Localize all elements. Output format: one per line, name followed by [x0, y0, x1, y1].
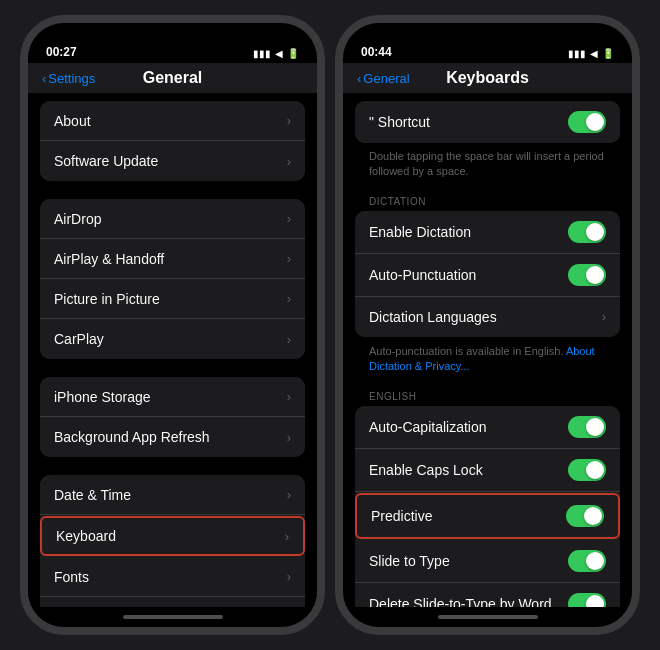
row-iphone-storage[interactable]: iPhone Storage ›: [40, 377, 305, 417]
english-section-label: ENGLISH: [355, 387, 620, 406]
software-update-chevron: ›: [287, 154, 291, 169]
predictive-toggle[interactable]: [566, 505, 604, 527]
back-button-2[interactable]: ‹ General: [357, 71, 410, 86]
back-button-1[interactable]: ‹ Settings: [42, 71, 95, 86]
row-carplay[interactable]: CarPlay ›: [40, 319, 305, 359]
row-date-time[interactable]: Date & Time ›: [40, 475, 305, 515]
row-enable-caps-lock[interactable]: Enable Caps Lock: [355, 449, 620, 492]
nav-bar-1: ‹ Settings General: [28, 63, 317, 93]
carplay-chevron: ›: [287, 332, 291, 347]
enable-dictation-label: Enable Dictation: [369, 224, 568, 240]
shortcut-footer: Double tapping the space bar will insert…: [355, 145, 620, 184]
wifi-icon: ◀: [275, 48, 283, 59]
iphone-storage-label: iPhone Storage: [54, 389, 287, 405]
row-fonts[interactable]: Fonts ›: [40, 557, 305, 597]
row-bg-app-refresh[interactable]: Background App Refresh ›: [40, 417, 305, 457]
dictation-languages-label: Dictation Languages: [369, 309, 602, 325]
signal-icon: ▮▮▮: [253, 48, 271, 59]
group-airdrop: AirDrop › AirPlay & Handoff › Picture in…: [40, 199, 305, 359]
predictive-label: Predictive: [371, 508, 566, 524]
back-chevron-icon-2: ‹: [357, 71, 361, 86]
airplay-handoff-chevron: ›: [287, 251, 291, 266]
row-airplay-handoff[interactable]: AirPlay & Handoff ›: [40, 239, 305, 279]
auto-punctuation-label: Auto-Punctuation: [369, 267, 568, 283]
bg-app-refresh-chevron: ›: [287, 430, 291, 445]
notch-2: [433, 23, 543, 45]
iphone-storage-chevron: ›: [287, 389, 291, 404]
row-shortcut[interactable]: " Shortcut: [355, 101, 620, 143]
auto-punctuation-toggle[interactable]: [568, 264, 606, 286]
shortcut-toggle[interactable]: [568, 111, 606, 133]
bg-app-refresh-label: Background App Refresh: [54, 429, 287, 445]
auto-capitalization-label: Auto-Capitalization: [369, 419, 568, 435]
picture-in-picture-label: Picture in Picture: [54, 291, 287, 307]
phone2-content: " Shortcut Double tapping the space bar …: [343, 93, 632, 607]
fonts-label: Fonts: [54, 569, 287, 585]
row-picture-in-picture[interactable]: Picture in Picture ›: [40, 279, 305, 319]
row-software-update[interactable]: Software Update ›: [40, 141, 305, 181]
row-keyboard[interactable]: Keyboard ›: [40, 516, 305, 556]
status-icons-2: ▮▮▮ ◀ 🔋: [568, 48, 614, 59]
notch-1: [118, 23, 228, 45]
date-time-chevron: ›: [287, 487, 291, 502]
enable-caps-lock-label: Enable Caps Lock: [369, 462, 568, 478]
phone1-content: About › Software Update › AirDrop › AirP…: [28, 93, 317, 607]
enable-caps-lock-toggle[interactable]: [568, 459, 606, 481]
dictation-languages-chevron: ›: [602, 309, 606, 324]
group-shortcut: " Shortcut: [355, 101, 620, 143]
group-storage: iPhone Storage › Background App Refresh …: [40, 377, 305, 457]
back-label-2: General: [363, 71, 409, 86]
home-bar-2: [438, 615, 538, 619]
slide-to-type-label: Slide to Type: [369, 553, 568, 569]
picture-in-picture-chevron: ›: [287, 291, 291, 306]
row-auto-capitalization[interactable]: Auto-Capitalization: [355, 406, 620, 449]
status-time-2: 00:44: [361, 45, 392, 59]
airdrop-label: AirDrop: [54, 211, 287, 227]
phone-1: 00:27 ▮▮▮ ◀ 🔋 ‹ Settings General About ›…: [20, 15, 325, 635]
nav-title-2: Keyboards: [446, 69, 529, 87]
date-time-label: Date & Time: [54, 487, 287, 503]
home-bar-1: [123, 615, 223, 619]
nav-bar-2: ‹ General Keyboards: [343, 63, 632, 93]
back-label-1: Settings: [48, 71, 95, 86]
row-airdrop[interactable]: AirDrop ›: [40, 199, 305, 239]
phone-2: 00:44 ▮▮▮ ◀ 🔋 ‹ General Keyboards " Shor…: [335, 15, 640, 635]
dictation-footer: Auto-punctuation is available in English…: [355, 340, 620, 379]
status-icons-1: ▮▮▮ ◀ 🔋: [253, 48, 299, 59]
home-indicator-1: [28, 607, 317, 627]
row-dictation-languages[interactable]: Dictation Languages ›: [355, 297, 620, 337]
signal-icon-2: ▮▮▮: [568, 48, 586, 59]
back-chevron-icon: ‹: [42, 71, 46, 86]
row-language-region[interactable]: Language & Region ›: [40, 597, 305, 607]
keyboard-chevron: ›: [285, 529, 289, 544]
row-delete-slide-to-type[interactable]: Delete Slide-to-Type by Word: [355, 583, 620, 607]
row-about[interactable]: About ›: [40, 101, 305, 141]
row-slide-to-type[interactable]: Slide to Type: [355, 540, 620, 583]
about-label: About: [54, 113, 287, 129]
row-enable-dictation[interactable]: Enable Dictation: [355, 211, 620, 254]
auto-capitalization-toggle[interactable]: [568, 416, 606, 438]
group-about: About › Software Update ›: [40, 101, 305, 181]
row-auto-punctuation[interactable]: Auto-Punctuation: [355, 254, 620, 297]
keyboard-label: Keyboard: [56, 528, 285, 544]
status-time-1: 00:27: [46, 45, 77, 59]
software-update-label: Software Update: [54, 153, 287, 169]
battery-icon-2: 🔋: [602, 48, 614, 59]
group-dictation: Enable Dictation Auto-Punctuation Dictat…: [355, 211, 620, 337]
dictation-privacy-link[interactable]: About Dictation & Privacy...: [369, 345, 595, 372]
slide-to-type-toggle[interactable]: [568, 550, 606, 572]
home-indicator-2: [343, 607, 632, 627]
group-datetime: Date & Time › Keyboard › Fonts › Languag…: [40, 475, 305, 607]
phone1-scroll: About › Software Update › AirDrop › AirP…: [28, 93, 317, 607]
airdrop-chevron: ›: [287, 211, 291, 226]
group-english: Auto-Capitalization Enable Caps Lock Pre…: [355, 406, 620, 607]
row-predictive[interactable]: Predictive: [355, 493, 620, 539]
delete-slide-to-type-label: Delete Slide-to-Type by Word: [369, 596, 568, 607]
about-chevron: ›: [287, 113, 291, 128]
enable-dictation-toggle[interactable]: [568, 221, 606, 243]
delete-slide-to-type-toggle[interactable]: [568, 593, 606, 607]
fonts-chevron: ›: [287, 569, 291, 584]
battery-icon: 🔋: [287, 48, 299, 59]
phone2-scroll: " Shortcut Double tapping the space bar …: [343, 93, 632, 607]
wifi-icon-2: ◀: [590, 48, 598, 59]
